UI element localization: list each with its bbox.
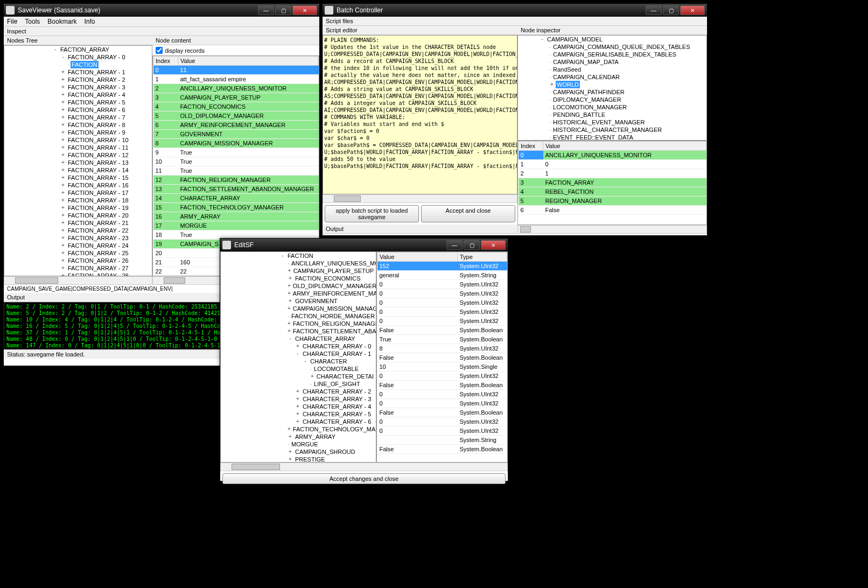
apply-script-button[interactable]: apply batch script to loaded savegame — [325, 205, 419, 222]
tree-item[interactable]: -CHARACTER — [221, 358, 376, 365]
tree-item[interactable]: +FACTION_ARRAY - 6 — [4, 106, 152, 114]
table-row[interactable]: FalseSystem.Boolean — [377, 408, 507, 417]
minimize-button[interactable]: — — [446, 240, 463, 250]
tree-item[interactable]: +CHARACTER_ARRAY - 2 — [221, 388, 376, 395]
accept-changes-button[interactable]: Accept changes and close — [222, 473, 506, 484]
tree-item[interactable]: +FACTION_ARRAY - 23 — [4, 234, 152, 242]
table-row[interactable]: 4FACTION_ECONOMICS — [153, 102, 319, 111]
tree-item[interactable]: +FACTION_ARRAY - 12 — [4, 151, 152, 159]
editsf-hscroll[interactable] — [220, 463, 508, 471]
script-hscroll[interactable] — [323, 194, 517, 203]
tree-item[interactable]: +FACTION_ARRAY - 13 — [4, 159, 152, 166]
menu-bookmark[interactable]: Bookmark — [47, 18, 76, 25]
titlebar[interactable]: EditSF — ▢ ✕ — [220, 239, 508, 251]
tree-item[interactable]: +FACTION_SETTLEMENT_ABANI — [221, 327, 376, 335]
menu-file[interactable]: File — [7, 18, 17, 25]
table-row[interactable]: generalSystem.String — [377, 271, 507, 280]
table-row[interactable]: 8CAMPAIGN_MISSION_MANAGER — [153, 139, 319, 148]
script-editor[interactable]: # PLAIN COMMANDS:# Updates the 1st value… — [323, 35, 517, 194]
tree-item[interactable]: +FACTION_TECHNOLOGY_MANA — [221, 425, 376, 433]
tree-item[interactable]: +FACTION_ARRAY - 9 — [4, 129, 152, 136]
tree-item[interactable]: +CAMPAIGN_MISSION_MANAGEI — [221, 305, 376, 312]
tree-item[interactable]: +FACTION_ARRAY - 19 — [4, 204, 152, 212]
tree-item[interactable]: -FACTION_ARRAY - 0 — [4, 53, 152, 61]
tree-item[interactable]: ·CAMPAIGN_CALENDAR — [518, 73, 706, 81]
tree-item[interactable]: +OLD_DIPLOMACY_MANAGER — [221, 282, 376, 290]
tree-item[interactable]: ·CAMPAIGN_MAP_DATA — [518, 58, 706, 66]
table-row[interactable]: 10System.Single — [377, 362, 507, 372]
table-row[interactable]: FalseSystem.Boolean — [377, 445, 507, 454]
table-row[interactable]: 11True — [153, 166, 319, 176]
tree-item[interactable]: ·EVENT_FEED::EVENT_DATA — [518, 134, 706, 141]
th-type[interactable]: Type — [458, 253, 507, 262]
tree-item[interactable]: +ARMY_ARRAY — [221, 433, 376, 440]
tree-item[interactable]: ·LOCOMOTABLE — [221, 365, 376, 373]
close-button[interactable]: ✕ — [481, 240, 506, 250]
table-row[interactable]: FalseSystem.Boolean — [377, 353, 507, 362]
tree-item[interactable]: +CHARACTER_ARRAY - 4 — [221, 403, 376, 410]
tree-item[interactable]: ·CAMPAIGN_PATHFINDER — [518, 88, 706, 96]
table-row[interactable]: 0System.UInt32 — [377, 426, 507, 436]
tree-item[interactable]: -CAMPAIGN_MODEL — [518, 36, 706, 43]
tree-item[interactable]: +FACTION_ARRAY - 16 — [4, 181, 152, 189]
display-records-checkbox[interactable] — [156, 47, 163, 54]
table-row[interactable]: 0System.UInt32 — [377, 317, 507, 326]
tree-item[interactable]: +FACTION_ARRAY - 27 — [4, 264, 152, 272]
table-row[interactable]: 4REBEL_FACTION — [519, 187, 706, 197]
tree-item[interactable]: ·MORGUE — [221, 440, 376, 448]
tree-item[interactable]: +FACTION_RELIGION_MANAGER — [221, 320, 376, 327]
tree-item[interactable]: +FACTION_ARRAY - 2 — [4, 76, 152, 83]
tree-item[interactable]: +FACTION_ARRAY - 14 — [4, 166, 152, 174]
tree-item[interactable]: -CHARACTER_ARRAY - 1 — [221, 350, 376, 358]
tree-item[interactable]: +FACTION_ARRAY - 1 — [4, 68, 152, 76]
table-row[interactable]: 0System.UInt32 — [377, 298, 507, 307]
table-row[interactable]: System.String — [377, 436, 507, 445]
table-row[interactable]: 6ARMY_REINFORCEMENT_MANAGER — [153, 121, 319, 130]
tree-item[interactable]: ·HISTORICAL_CHARACTER_MANAGER — [518, 126, 706, 134]
minimize-button[interactable]: — — [646, 5, 662, 15]
tree-item[interactable]: +FACTION_ARRAY - 18 — [4, 197, 152, 204]
maximize-button[interactable]: ▢ — [275, 5, 291, 15]
table-row[interactable]: 011 — [153, 66, 319, 75]
th-index[interactable]: Index — [519, 142, 543, 151]
th-index[interactable]: Index — [153, 57, 178, 66]
tree-item[interactable]: ·LOCOMOTION_MANAGER — [518, 103, 706, 111]
th-value[interactable]: Value — [377, 253, 458, 262]
table-row[interactable]: 16ARMY_ARRAY — [153, 212, 319, 221]
tree-item[interactable]: +FACTION_ARRAY - 11 — [4, 144, 152, 151]
th-value[interactable]: Value — [543, 142, 706, 151]
tree-item[interactable]: +ARMY_REINFORCEMENT_MAN. — [221, 290, 376, 297]
tree-item[interactable]: ·HISTORICAL_EVENT_MANAGER — [518, 118, 706, 126]
table-row[interactable]: TrueSystem.Boolean — [377, 335, 507, 344]
table-row[interactable]: 5OLD_DIPLOMACY_MANAGER — [153, 111, 319, 121]
table-row[interactable]: 9True — [153, 148, 319, 157]
tree-item[interactable]: +CHARACTER_ARRAY - 0 — [221, 342, 376, 350]
tree-item[interactable]: +FACTION_ARRAY - 7 — [4, 114, 152, 121]
tree-item[interactable]: +FACTION_ARRAY - 24 — [4, 242, 152, 249]
tree-item[interactable]: +FACTION_ARRAY - 3 — [4, 83, 152, 91]
nodes-tree[interactable]: -FACTION_ARRAY-FACTION_ARRAY - 0·FACTION… — [4, 45, 152, 276]
inspector-tree[interactable]: -CAMPAIGN_MODEL·CAMPAIGN_COMMAND_QUEUE_I… — [517, 35, 707, 141]
table-row[interactable]: FalseSystem.Boolean — [377, 381, 507, 390]
tree-item[interactable]: ·ANCILLARY_UNIQUENESS_MOI — [221, 260, 376, 267]
tree-item[interactable]: ·FACTION — [4, 61, 152, 68]
tree-item[interactable]: +FACTION_ARRAY - 17 — [4, 189, 152, 197]
tree-item[interactable]: +CHARACTER_ARRAY - 3 — [221, 395, 376, 403]
titlebar[interactable]: Batch Controller — ▢ ✕ — [323, 4, 707, 17]
table-row[interactable]: 0ANCILLARY_UNIQUENESS_MONITOR — [519, 151, 706, 160]
table-row[interactable]: 0System.UInt32 — [377, 307, 507, 317]
tree-item[interactable]: +FACTION_ARRAY - 22 — [4, 227, 152, 234]
tree-item[interactable]: +CHARACTER_DETAI — [221, 373, 376, 380]
tree-item[interactable]: -CHARACTER_ARRAY — [221, 335, 376, 342]
table-row[interactable]: 17MORGUE — [153, 221, 319, 230]
close-button[interactable]: ✕ — [680, 5, 705, 15]
table-row[interactable]: 10 — [519, 160, 706, 169]
tree-item[interactable]: +FACTION_ARRAY - 4 — [4, 91, 152, 99]
tree-item[interactable]: +FACTION_ARRAY - 5 — [4, 99, 152, 106]
table-row[interactable]: 5REGION_MANAGER — [519, 197, 706, 206]
table-row[interactable]: FalseSystem.Boolean — [377, 326, 507, 335]
table-row[interactable]: 8System.UInt32 — [377, 344, 507, 353]
tree-item[interactable]: +FACTION_ARRAY - 25 — [4, 249, 152, 257]
tree-item[interactable]: ·FACTION_HORDE_MANAGER — [221, 312, 376, 320]
close-button[interactable]: ✕ — [292, 5, 317, 15]
